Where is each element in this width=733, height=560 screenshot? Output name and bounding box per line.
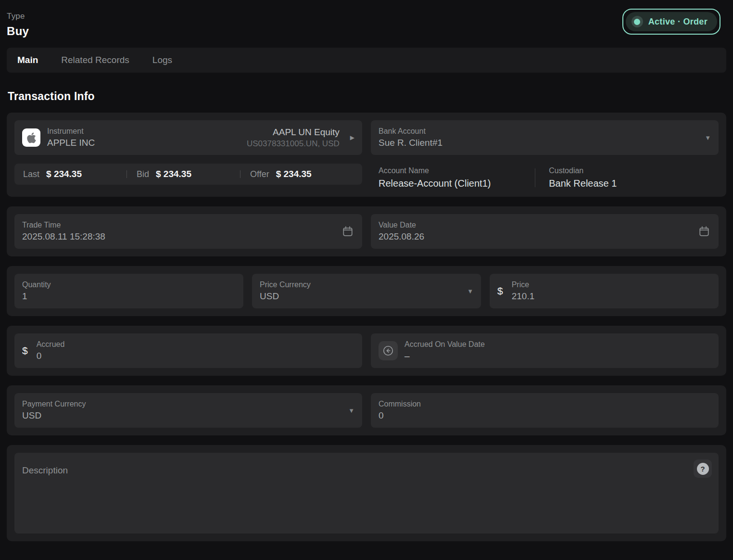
quote-offer-value: $ 234.35: [276, 169, 312, 179]
type-value: Buy: [7, 25, 29, 38]
commission-field[interactable]: Commission 0: [371, 393, 719, 428]
payment-currency-text: Payment Currency USD: [22, 400, 86, 421]
instrument-isin: US0378331005.UN, USD: [247, 139, 340, 149]
accrued-on-value-date-field: Accrued On Value Date –: [371, 333, 719, 368]
panel-quantity-price: Quantity 1 Price Currency USD ▼ $ Price …: [7, 266, 726, 316]
section-title: Transaction Info: [8, 90, 725, 103]
payment-currency-select[interactable]: Payment Currency USD ▼: [14, 393, 362, 428]
help-button[interactable]: ?: [694, 459, 712, 478]
payment-currency-value: USD: [22, 410, 86, 421]
quote-strip-wrap: Last $ 234.35 Bid $ 234.35 Offer $ 234.3…: [14, 164, 362, 189]
commission-value: 0: [379, 410, 421, 421]
commission-text: Commission 0: [379, 400, 421, 421]
price-currency-label: Price Currency: [260, 280, 311, 289]
trade-time-field[interactable]: Trade Time 2025.08.11 15:28:38: [14, 214, 362, 249]
type-block: Type Buy: [7, 12, 29, 38]
trade-time-label: Trade Time: [22, 221, 105, 229]
accrued-label: Accrued: [37, 340, 65, 349]
tab-bar: Main Related Records Logs: [7, 48, 726, 73]
caret-down-icon: ▼: [705, 134, 711, 141]
quote-offer: Offer $ 234.35: [250, 169, 354, 179]
value-date-field[interactable]: Value Date 2025.08.26: [371, 214, 719, 249]
price-text: Price 210.1: [512, 280, 535, 302]
quote-divider: [240, 170, 240, 178]
instrument-value: APPLE INC: [47, 138, 95, 148]
bank-account-select[interactable]: Bank Account Sue R. Client#1 ▼: [371, 120, 719, 155]
revert-button[interactable]: [379, 341, 398, 360]
price-currency-text: Price Currency USD: [260, 280, 311, 302]
quote-bid-label: Bid: [137, 169, 149, 179]
quantity-label: Quantity: [22, 280, 51, 289]
bank-account-value: Sue R. Client#1: [379, 138, 442, 148]
accrued-on-value-date-text: Accrued On Value Date –: [404, 340, 485, 361]
quote-last: Last $ 234.35: [23, 169, 126, 179]
accrued-on-value-date-value: –: [404, 351, 485, 361]
custodian-value: Bank Release 1: [549, 178, 617, 189]
price-field[interactable]: $ Price 210.1: [490, 274, 719, 308]
vertical-divider: [535, 168, 535, 187]
panel-dates: Trade Time 2025.08.11 15:28:38 Value Dat…: [7, 206, 726, 256]
header: Type Buy Active · Order: [7, 12, 726, 38]
price-currency-select[interactable]: Price Currency USD ▼: [252, 274, 481, 308]
chevron-right-icon[interactable]: ▶: [350, 134, 354, 141]
caret-down-icon: ▼: [348, 407, 354, 414]
instrument-ticker: AAPL UN Equity: [247, 127, 340, 138]
dollar-icon: $: [497, 285, 503, 297]
type-label: Type: [7, 12, 29, 21]
custodian-label: Custodian: [549, 166, 617, 175]
price-value: 210.1: [512, 291, 535, 302]
quote-bid: Bid $ 234.35: [137, 169, 240, 179]
price-label: Price: [512, 280, 535, 289]
calendar-icon[interactable]: [697, 225, 711, 238]
status-badge[interactable]: Active · Order: [622, 9, 720, 35]
account-info-block: Account Name Release-Account (Client1) C…: [371, 164, 719, 189]
instrument-field[interactable]: Instrument APPLE INC AAPL UN Equity US03…: [14, 120, 362, 155]
account-name-block: Account Name Release-Account (Client1): [379, 166, 535, 189]
status-badge-pill: Active · Order: [626, 12, 717, 31]
instrument-label: Instrument: [47, 127, 95, 136]
account-name-value: Release-Account (Client1): [379, 178, 535, 189]
value-date-value: 2025.08.26: [379, 231, 424, 242]
price-currency-value: USD: [260, 291, 311, 302]
quantity-field[interactable]: Quantity 1: [14, 274, 243, 308]
trade-time-value: 2025.08.11 15:28:38: [22, 231, 105, 242]
dollar-icon: $: [22, 345, 28, 356]
accrued-on-value-date-label: Accrued On Value Date: [404, 340, 485, 349]
description-textarea[interactable]: [14, 453, 719, 534]
quantity-value: 1: [22, 291, 51, 302]
circle-arrow-left-icon: [382, 344, 394, 357]
quote-strip: Last $ 234.35 Bid $ 234.35 Offer $ 234.3…: [14, 164, 362, 185]
status-dot-icon: [632, 16, 643, 27]
accrued-value: 0: [37, 351, 65, 361]
question-mark-icon: ?: [697, 463, 709, 475]
status-badge-label: Active · Order: [648, 17, 708, 27]
custodian-block: Custodian Bank Release 1: [549, 166, 617, 189]
quote-divider: [126, 170, 127, 178]
payment-currency-label: Payment Currency: [22, 400, 86, 408]
commission-label: Commission: [379, 400, 421, 408]
trade-time-text: Trade Time 2025.08.11 15:28:38: [22, 221, 105, 242]
quote-offer-label: Offer: [250, 169, 269, 179]
panel-accrued: $ Accrued 0 Accrued On Value Date –: [7, 326, 726, 376]
quote-bid-value: $ 234.35: [156, 169, 191, 179]
apple-icon: [22, 128, 40, 147]
account-name-label: Account Name: [379, 166, 535, 175]
quote-last-value: $ 234.35: [46, 169, 82, 179]
calendar-icon[interactable]: [341, 225, 354, 238]
value-date-text: Value Date 2025.08.26: [379, 221, 424, 242]
page: Type Buy Active · Order Main Related Rec…: [0, 0, 733, 541]
instrument-identifiers: AAPL UN Equity US0378331005.UN, USD: [247, 127, 340, 149]
bank-account-text: Bank Account Sue R. Client#1: [379, 127, 442, 148]
instrument-text: Instrument APPLE INC: [47, 127, 95, 148]
panel-description: ?: [7, 445, 726, 541]
accrued-text: Accrued 0: [37, 340, 65, 361]
quantity-text: Quantity 1: [22, 280, 51, 302]
tab-main[interactable]: Main: [17, 55, 38, 65]
value-date-label: Value Date: [379, 221, 424, 229]
quote-last-label: Last: [23, 169, 39, 179]
panel-instrument: Instrument APPLE INC AAPL UN Equity US03…: [7, 113, 726, 197]
accrued-field[interactable]: $ Accrued 0: [14, 333, 362, 368]
tab-related-records[interactable]: Related Records: [61, 55, 129, 65]
tab-logs[interactable]: Logs: [152, 55, 172, 65]
bank-account-label: Bank Account: [379, 127, 442, 136]
